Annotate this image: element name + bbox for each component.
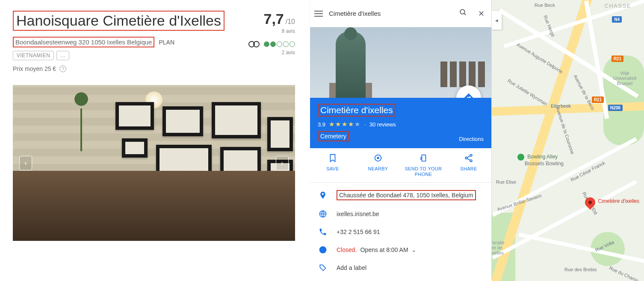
phone-row[interactable]: +32 2 515 66 91 (310, 223, 491, 241)
send-to-phone-button[interactable]: SEND TO YOUR PHONE (401, 153, 446, 177)
hamburger-menu-icon[interactable] (314, 11, 323, 17)
opens-label: Opens at 8:00 AM (360, 246, 408, 253)
nearby-button[interactable]: NEARBY (355, 153, 401, 177)
place-review-count[interactable]: 30 reviews (369, 121, 396, 128)
maps-search-bar: ✕ (310, 0, 491, 27)
place-rating: 3.9 (318, 121, 325, 128)
cuisine-tag[interactable]: VIETNAMIEN (13, 51, 54, 60)
close-icon[interactable]: ✕ (476, 9, 487, 18)
rating-score: 7,7 (263, 11, 284, 27)
svg-line-8 (467, 156, 470, 158)
restaurant-title: Hanoisquare Cimetière d'Ixelles (14, 12, 224, 30)
more-tags[interactable]: ... (56, 51, 69, 60)
chevron-down-icon: ⌄ (411, 246, 417, 253)
restaurant-address: Boondaalsesteenweg 320 1050 Ixelles Belg… (13, 37, 154, 47)
carousel-next-button[interactable]: › (276, 156, 289, 170)
etterbeek-label[interactable]: Etterbeek (551, 103, 571, 108)
place-header: Cimetière d'ixelles 3.9 ★★★★★ · 30 revie… (310, 98, 491, 148)
place-phone: +32 2 515 66 91 (337, 228, 380, 235)
restaurant-panel: 7,7/10 8 avis 2 avis Hanoisquare Cimetiè… (13, 11, 295, 241)
street-label: Rue Beck (535, 3, 555, 8)
road-shield: N4 (612, 16, 622, 23)
poi-ulb: 'ersitére dexelles (492, 240, 504, 255)
map-canvas[interactable]: ◂ CHASSE N4 R21 R21 N206 Rue Beck Rue He… (492, 0, 644, 281)
suggest-edit-link[interactable]: SUGGEST AN EDIT (310, 277, 491, 281)
save-button[interactable]: SAVE (310, 153, 355, 177)
star-icons: ★★★★★ (329, 120, 361, 128)
hours-row[interactable]: Closed.Opens at 8:00 AM ⌄ (310, 241, 491, 259)
place-website: ixelles.irisnet.be (337, 211, 379, 217)
restaurant-photo[interactable] (13, 85, 295, 241)
plan-link[interactable]: PLAN (159, 39, 174, 46)
road-shield: N206 (608, 105, 623, 111)
search-icon[interactable] (457, 9, 470, 18)
road-shield: R21 (612, 56, 623, 62)
tripadvisor-owl-icon (248, 40, 260, 48)
website-row[interactable]: ixelles.irisnet.be (310, 205, 491, 223)
place-details: Chaussée de Boondael 478, 1050 Ixelles, … (310, 183, 491, 281)
price-help-icon[interactable]: ? (59, 65, 66, 72)
add-label-text: Add a label (337, 264, 366, 271)
photo-carousel: ☆ ‹ › (13, 85, 295, 241)
svg-rect-4 (422, 155, 425, 161)
poi-vub[interactable]: VrijeUniversiteitBrussel (613, 70, 636, 86)
rating-max: /10 (286, 18, 295, 25)
review-count: 8 avis (248, 28, 295, 34)
closed-label: Closed. (337, 246, 357, 253)
svg-point-0 (460, 9, 465, 14)
add-label-row[interactable]: Add a label (310, 259, 491, 277)
svg-line-9 (467, 158, 470, 161)
map-pin[interactable]: Cimetière d'ixelles (585, 197, 595, 212)
tripadvisor-dots (264, 41, 295, 47)
share-button[interactable]: SHARE (446, 153, 491, 177)
place-address: Chaussée de Boondael 478, 1050 Ixelles, … (337, 190, 476, 200)
street-label: Rue du Champ (609, 265, 639, 281)
road-shield: R21 (592, 97, 604, 103)
search-input[interactable] (329, 10, 451, 17)
address-row[interactable]: Chaussée de Boondael 478, 1050 Ixelles, … (310, 185, 491, 205)
tripadvisor-count: 2 avis (248, 50, 295, 56)
poi-bowling[interactable]: Bowling Alley Brussels Bowling (517, 154, 564, 167)
place-name: Cimetière d'ixelles (320, 105, 393, 115)
google-maps-panel: ✕ Cimetière d'ixelles 3.9 ★★★★★ · 30 rev… (310, 0, 492, 280)
street-label: Rue Juliette Wyrsman (507, 78, 549, 106)
place-category: Cemetery (320, 133, 346, 140)
map-pin-label: Cimetière d'ixelles (598, 198, 639, 204)
svg-line-1 (464, 13, 466, 15)
action-bar: SAVE NEARBY SEND TO YOUR PHONE SHARE (310, 148, 491, 183)
street-label: Rue des Brebis (564, 267, 597, 272)
area-label: CHASSE (605, 3, 631, 9)
street-label: Avenue de la Couronne (555, 106, 575, 155)
carousel-prev-button[interactable]: ‹ (19, 156, 32, 170)
rating-block: 7,7/10 8 avis 2 avis (248, 11, 295, 56)
tripadvisor-row (248, 40, 295, 48)
svg-point-3 (377, 157, 379, 159)
average-price: Prix moyen 25 € (13, 65, 56, 72)
restaurant-title-highlight: Hanoisquare Cimetière d'Ixelles (13, 11, 225, 31)
street-label: Rue Elise (496, 179, 516, 184)
place-photo[interactable] (310, 27, 491, 98)
directions-label: Directions (459, 136, 484, 142)
